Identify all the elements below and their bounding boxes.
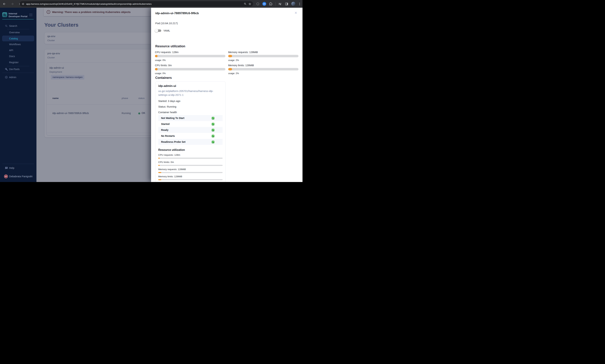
portal-title: Internal Developer Portal (9, 12, 28, 18)
progress-fill (158, 165, 160, 166)
search-icon (5, 24, 8, 27)
pod-details-drawer: idp-admin-ui-7889789fc6-9f6cb ✕ Pod (10.… (151, 8, 302, 182)
sidebar-item-workflows[interactable]: Workflows (0, 41, 37, 47)
zoom-app-label: zm (263, 3, 265, 5)
progress-fill (228, 55, 232, 57)
container-status: Status: Running (158, 105, 223, 108)
sidebar-item-label: Catalog (9, 37, 18, 40)
container-started: Started: 3 days ago (158, 100, 223, 103)
sidebar-item-api[interactable]: API (0, 47, 37, 53)
bar-label: CPU requests: 128m (155, 51, 225, 54)
progress-track (155, 55, 225, 57)
resource-bar-cpu-requests: CPU requests: 128m usage: 0% (155, 51, 225, 62)
bar-label: CPU requests: 128m (158, 154, 223, 156)
zoom-app-icon[interactable]: zm (262, 2, 266, 6)
bookmark-star-icon[interactable] (248, 1, 252, 6)
gear-icon (5, 76, 8, 79)
sidebar-item-admin[interactable]: Admin (0, 74, 37, 80)
sidebar-item-label: Admin (9, 76, 16, 79)
sidebar-divider (2, 73, 34, 73)
check-icon: ✓ (212, 117, 214, 119)
main-content: ! Warning: There was a problem retrievin… (37, 8, 302, 182)
sidebar-item-catalog[interactable]: Catalog (0, 36, 37, 41)
extension-spinner-icon[interactable] (256, 2, 260, 6)
health-check-row: Ready ✓ (158, 127, 223, 133)
sidebar-item-label: Workflows (9, 43, 21, 46)
sidebar-item-help[interactable]: ? Help (0, 165, 37, 171)
progress-fill (155, 55, 158, 57)
help-question-glyph: ? (5, 166, 8, 169)
progress-track (228, 55, 299, 57)
progress-fill (228, 68, 232, 70)
container-health-checklist: Not Waiting To Start ✓ Started ✓ Ready ✓ (158, 115, 223, 145)
progress-fill (158, 172, 161, 173)
sidebar-item-profile[interactable]: Debabrata Panigrahi (0, 173, 37, 179)
check-label: Started (161, 123, 170, 125)
browser-menu-icon[interactable] (297, 2, 302, 6)
side-panel-icon[interactable] (285, 2, 289, 6)
browser-toolbar: app.harness.io/ng/account/vpCkHKsDSxK9_K… (0, 0, 302, 8)
address-bar[interactable]: app.harness.io/ng/account/vpCkHKsDSxK9_K… (20, 1, 253, 6)
check-label: Ready (161, 129, 169, 131)
sidebar-item-register[interactable]: Register (0, 59, 37, 65)
sidebar-item-label: Register (9, 61, 19, 64)
url-text[interactable]: app.harness.io/ng/account/vpCkHKsDSxK9_K… (26, 3, 243, 5)
bar-usage: usage: 0% (155, 72, 225, 75)
yaml-toggle-row: YAML (155, 28, 170, 33)
wrench-icon (5, 68, 8, 71)
check-label: Not Waiting To Start (161, 117, 184, 119)
sidebar-item-docs[interactable]: Docs (0, 53, 37, 59)
bar-label: Memory requests: 128MiB (158, 168, 223, 171)
sidebar-item-label: Help (9, 167, 14, 169)
progress-track (228, 68, 299, 70)
container-image[interactable]: us.gcr.io/platform-205701/harness/harnes… (158, 89, 223, 97)
sidebar-item-overview[interactable]: Overview (0, 29, 37, 35)
bar-label: Memory requests: 128MiB (228, 51, 299, 54)
container-health-heading: Container health (158, 111, 223, 114)
bar-label: Memory limits: 128MiB (228, 64, 299, 67)
check-label: No Restarts (161, 134, 175, 137)
sidebar-item-label: Search (9, 25, 17, 27)
containers-heading: Containers (155, 76, 172, 80)
toolbar-separator (276, 2, 276, 6)
bar-label: CPU limits: 0m (158, 161, 223, 163)
sidebar-item-devtools[interactable]: DevTools (0, 66, 37, 72)
resource-bar-memory-requests: Memory requests: 128MiB usage: 2% (228, 51, 299, 62)
progress-track (158, 165, 223, 166)
forward-icon[interactable] (10, 2, 14, 6)
site-controls-icon[interactable] (22, 3, 24, 5)
resource-bar-memory-limits: Memory limits: 128MiB usage: 2% (228, 64, 299, 75)
check-icon: ✓ (212, 123, 214, 125)
yaml-toggle-knob (155, 29, 158, 32)
extensions-puzzle-icon[interactable] (269, 2, 273, 6)
bar-label: Memory limits: 128MiB (158, 175, 223, 178)
progress-track (155, 68, 225, 70)
resource-utilization-grid: CPU requests: 128m usage: 0% Memory requ… (155, 51, 299, 75)
check-icon: ✓ (212, 129, 214, 131)
browser-profile-avatar[interactable] (291, 1, 296, 6)
zoom-out-icon[interactable] (243, 1, 248, 6)
check-label: Readiness Probe Set (161, 141, 185, 143)
progress-track (158, 172, 223, 173)
health-check-row: Not Waiting To Start ✓ (158, 115, 223, 121)
help-chat-icon: ? (5, 166, 8, 169)
container-card: idp-admin-ui us.gcr.io/platform-205701/h… (155, 81, 225, 182)
yaml-toggle-label: YAML (163, 29, 170, 32)
check-icon: ✓ (212, 135, 214, 137)
back-icon[interactable] (2, 2, 6, 6)
media-playlist-icon[interactable] (278, 2, 282, 6)
health-check-row: No Restarts ✓ (158, 133, 223, 139)
app-window: Internal Developer Portal Search (0, 8, 302, 182)
sidebar-item-label: Overview (9, 31, 20, 34)
sidebar-item-label: DevTools (9, 68, 20, 71)
idp-logo-icon[interactable] (2, 12, 7, 17)
sidebar-divider-teal (2, 19, 34, 19)
close-icon[interactable]: ✕ (294, 11, 297, 15)
yaml-toggle[interactable] (155, 29, 161, 32)
screen: app.harness.io/ng/account/vpCkHKsDSxK9_K… (0, 0, 302, 182)
apps-grid-icon[interactable] (29, 13, 32, 16)
progress-track (158, 158, 223, 159)
sidebar-item-search[interactable]: Search (0, 23, 37, 29)
container-ru-heading: Resource utilization (158, 148, 223, 152)
resource-utilization-heading: Resource utilization (155, 44, 185, 48)
